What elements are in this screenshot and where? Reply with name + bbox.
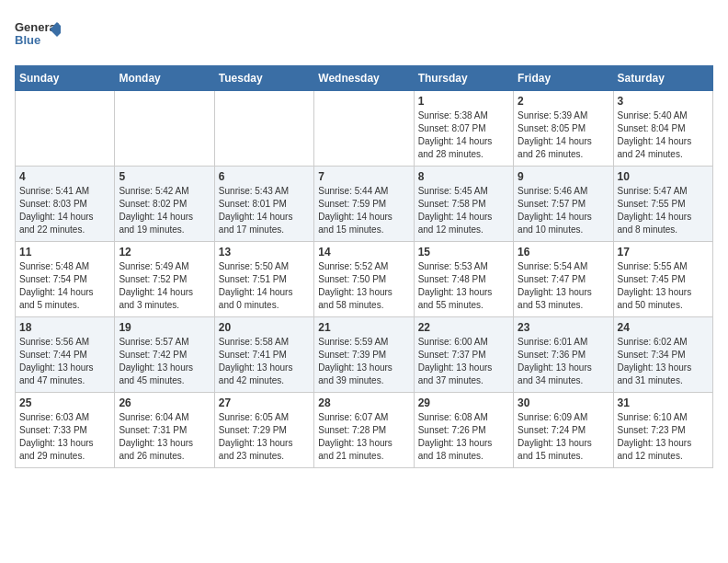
cell-day-number: 8 (418, 170, 509, 183)
calendar-cell: 25Sunrise: 6:03 AM Sunset: 7:33 PM Dayli… (16, 393, 115, 468)
cell-info: Sunrise: 5:56 AM Sunset: 7:44 PM Dayligh… (19, 336, 110, 387)
cell-day-number: 30 (518, 396, 609, 409)
cell-info: Sunrise: 5:52 AM Sunset: 7:50 PM Dayligh… (318, 260, 409, 312)
calendar-cell: 12Sunrise: 5:49 AM Sunset: 7:52 PM Dayli… (115, 242, 214, 317)
weekday-header-wednesday: Wednesday (314, 66, 414, 91)
calendar-cell: 15Sunrise: 5:53 AM Sunset: 7:48 PM Dayli… (414, 242, 513, 317)
calendar-cell (115, 91, 214, 167)
cell-info: Sunrise: 6:09 AM Sunset: 7:24 PM Dayligh… (518, 411, 609, 463)
cell-day-number: 17 (618, 246, 709, 259)
cell-info: Sunrise: 5:39 AM Sunset: 8:05 PM Dayligh… (518, 109, 609, 161)
calendar-cell: 19Sunrise: 5:57 AM Sunset: 7:42 PM Dayli… (115, 317, 214, 393)
cell-day-number: 21 (318, 321, 409, 334)
cell-info: Sunrise: 6:08 AM Sunset: 7:26 PM Dayligh… (418, 411, 509, 463)
cell-day-number: 2 (518, 95, 609, 108)
cell-day-number: 26 (119, 396, 210, 409)
cell-day-number: 5 (119, 170, 210, 183)
cell-day-number: 11 (19, 246, 110, 259)
calendar-cell: 23Sunrise: 6:01 AM Sunset: 7:36 PM Dayli… (514, 317, 613, 393)
cell-day-number: 12 (119, 246, 210, 259)
calendar-cell (314, 91, 414, 167)
calendar-cell: 5Sunrise: 5:42 AM Sunset: 8:02 PM Daylig… (115, 167, 214, 242)
header-row: SundayMondayTuesdayWednesdayThursdayFrid… (16, 66, 713, 91)
calendar-cell (16, 91, 115, 167)
calendar-cell: 21Sunrise: 5:59 AM Sunset: 7:39 PM Dayli… (314, 317, 414, 393)
calendar-cell: 18Sunrise: 5:56 AM Sunset: 7:44 PM Dayli… (16, 317, 115, 393)
cell-info: Sunrise: 5:44 AM Sunset: 7:59 PM Dayligh… (318, 185, 409, 236)
calendar-cell: 6Sunrise: 5:43 AM Sunset: 8:01 PM Daylig… (214, 167, 313, 242)
cell-day-number: 27 (219, 396, 310, 409)
week-row-3: 11Sunrise: 5:48 AM Sunset: 7:54 PM Dayli… (16, 242, 713, 317)
cell-day-number: 28 (318, 396, 409, 409)
svg-text:Blue: Blue (15, 33, 40, 47)
cell-day-number: 9 (518, 170, 609, 183)
weekday-header-tuesday: Tuesday (214, 66, 313, 91)
cell-info: Sunrise: 5:53 AM Sunset: 7:48 PM Dayligh… (418, 260, 509, 312)
calendar-table: SundayMondayTuesdayWednesdayThursdayFrid… (15, 65, 713, 468)
calendar-cell (214, 91, 313, 167)
weekday-header-friday: Friday (514, 66, 613, 91)
calendar-cell: 3Sunrise: 5:40 AM Sunset: 8:04 PM Daylig… (613, 91, 712, 167)
cell-info: Sunrise: 5:55 AM Sunset: 7:45 PM Dayligh… (618, 260, 709, 312)
cell-info: Sunrise: 5:38 AM Sunset: 8:07 PM Dayligh… (418, 109, 509, 161)
cell-day-number: 15 (418, 246, 509, 259)
calendar-cell: 26Sunrise: 6:04 AM Sunset: 7:31 PM Dayli… (115, 393, 214, 468)
cell-info: Sunrise: 5:57 AM Sunset: 7:42 PM Dayligh… (119, 336, 210, 387)
calendar-cell: 30Sunrise: 6:09 AM Sunset: 7:24 PM Dayli… (514, 393, 613, 468)
cell-info: Sunrise: 5:58 AM Sunset: 7:41 PM Dayligh… (219, 336, 310, 387)
cell-day-number: 24 (618, 321, 709, 334)
weekday-header-sunday: Sunday (16, 66, 115, 91)
cell-info: Sunrise: 6:03 AM Sunset: 7:33 PM Dayligh… (19, 411, 110, 463)
cell-day-number: 18 (19, 321, 110, 334)
calendar-cell: 9Sunrise: 5:46 AM Sunset: 7:57 PM Daylig… (514, 167, 613, 242)
calendar-cell: 11Sunrise: 5:48 AM Sunset: 7:54 PM Dayli… (16, 242, 115, 317)
cell-info: Sunrise: 5:45 AM Sunset: 7:58 PM Dayligh… (418, 185, 509, 236)
page-header: General Blue (15, 15, 713, 56)
calendar-cell: 20Sunrise: 5:58 AM Sunset: 7:41 PM Dayli… (214, 317, 313, 393)
week-row-2: 4Sunrise: 5:41 AM Sunset: 8:03 PM Daylig… (16, 167, 713, 242)
cell-info: Sunrise: 6:01 AM Sunset: 7:36 PM Dayligh… (518, 336, 609, 387)
cell-day-number: 4 (19, 170, 110, 183)
cell-day-number: 29 (418, 396, 509, 409)
calendar-cell: 7Sunrise: 5:44 AM Sunset: 7:59 PM Daylig… (314, 167, 414, 242)
calendar-cell: 2Sunrise: 5:39 AM Sunset: 8:05 PM Daylig… (514, 91, 613, 167)
cell-day-number: 7 (318, 170, 409, 183)
cell-info: Sunrise: 5:41 AM Sunset: 8:03 PM Dayligh… (19, 185, 110, 236)
cell-info: Sunrise: 6:10 AM Sunset: 7:23 PM Dayligh… (618, 411, 709, 463)
weekday-header-saturday: Saturday (613, 66, 712, 91)
weekday-header-thursday: Thursday (414, 66, 513, 91)
calendar-cell: 17Sunrise: 5:55 AM Sunset: 7:45 PM Dayli… (613, 242, 712, 317)
logo: General Blue (15, 15, 61, 56)
cell-day-number: 1 (418, 95, 509, 108)
cell-info: Sunrise: 5:50 AM Sunset: 7:51 PM Dayligh… (219, 260, 310, 312)
calendar-cell: 28Sunrise: 6:07 AM Sunset: 7:28 PM Dayli… (314, 393, 414, 468)
cell-info: Sunrise: 6:00 AM Sunset: 7:37 PM Dayligh… (418, 336, 509, 387)
calendar-cell: 31Sunrise: 6:10 AM Sunset: 7:23 PM Dayli… (613, 393, 712, 468)
cell-info: Sunrise: 5:59 AM Sunset: 7:39 PM Dayligh… (318, 336, 409, 387)
cell-info: Sunrise: 5:46 AM Sunset: 7:57 PM Dayligh… (518, 185, 609, 236)
calendar-cell: 22Sunrise: 6:00 AM Sunset: 7:37 PM Dayli… (414, 317, 513, 393)
cell-day-number: 31 (618, 396, 709, 409)
calendar-cell: 14Sunrise: 5:52 AM Sunset: 7:50 PM Dayli… (314, 242, 414, 317)
cell-day-number: 22 (418, 321, 509, 334)
cell-info: Sunrise: 6:04 AM Sunset: 7:31 PM Dayligh… (119, 411, 210, 463)
calendar-cell: 8Sunrise: 5:45 AM Sunset: 7:58 PM Daylig… (414, 167, 513, 242)
cell-day-number: 16 (518, 246, 609, 259)
cell-info: Sunrise: 5:54 AM Sunset: 7:47 PM Dayligh… (518, 260, 609, 312)
cell-day-number: 3 (618, 95, 709, 108)
calendar-cell: 4Sunrise: 5:41 AM Sunset: 8:03 PM Daylig… (16, 167, 115, 242)
cell-day-number: 14 (318, 246, 409, 259)
cell-day-number: 13 (219, 246, 310, 259)
weekday-header-monday: Monday (115, 66, 214, 91)
cell-info: Sunrise: 5:40 AM Sunset: 8:04 PM Dayligh… (618, 109, 709, 161)
calendar-cell: 13Sunrise: 5:50 AM Sunset: 7:51 PM Dayli… (214, 242, 313, 317)
cell-day-number: 20 (219, 321, 310, 334)
cell-day-number: 19 (119, 321, 210, 334)
calendar-cell: 24Sunrise: 6:02 AM Sunset: 7:34 PM Dayli… (613, 317, 712, 393)
cell-day-number: 6 (219, 170, 310, 183)
cell-info: Sunrise: 5:43 AM Sunset: 8:01 PM Dayligh… (219, 185, 310, 236)
cell-info: Sunrise: 6:02 AM Sunset: 7:34 PM Dayligh… (618, 336, 709, 387)
cell-day-number: 23 (518, 321, 609, 334)
logo-svg: General Blue (15, 15, 61, 56)
week-row-1: 1Sunrise: 5:38 AM Sunset: 8:07 PM Daylig… (16, 91, 713, 167)
